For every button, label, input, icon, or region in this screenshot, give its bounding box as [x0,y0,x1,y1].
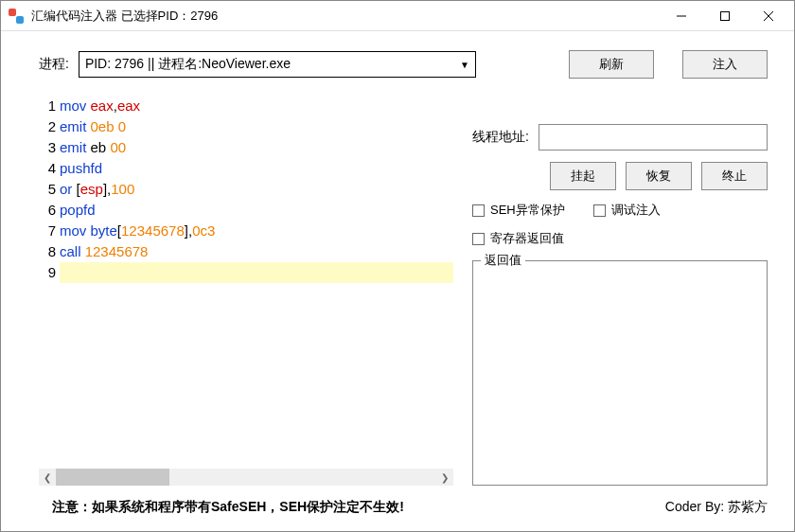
regreturn-checkbox[interactable]: 寄存器返回值 [472,230,564,247]
line-number: 6 [39,200,56,221]
regreturn-label: 寄存器返回值 [490,230,564,247]
code-line[interactable]: 2emit 0eb 0 [39,116,453,137]
debuginject-checkbox[interactable]: 调试注入 [593,202,661,219]
seh-checkbox[interactable]: SEH异常保护 [472,202,565,219]
titlebar: 汇编代码注入器 已选择PID：2796 [1,1,794,31]
code-content: emit eb 00 [60,137,126,158]
code-line[interactable]: 7mov byte[12345678],0c3 [39,221,453,241]
code-line[interactable]: 9 [39,262,453,283]
code-line[interactable]: 8call 12345678 [39,241,453,262]
checkbox-icon [472,233,485,245]
app-window: 汇编代码注入器 已选择PID：2796 进程: PID: 2796 || 进程名… [0,0,795,532]
options-row-2: 寄存器返回值 [472,230,768,247]
return-value-groupbox: 返回值 [472,260,768,486]
code-content: mov byte[12345678],0c3 [60,221,215,241]
code-content: mov eax,eax [60,96,140,116]
suspend-button[interactable]: 挂起 [550,162,616,190]
code-content: emit 0eb 0 [60,116,126,137]
options-row-1: SEH异常保护 调试注入 [472,202,768,219]
code-content: popfd [60,200,96,221]
line-number: 7 [39,221,56,241]
thread-buttons: 挂起 恢复 终止 [472,162,768,190]
checkbox-icon [472,204,485,217]
seh-label: SEH异常保护 [490,202,565,219]
content: 进程: PID: 2796 || 进程名:NeoViewer.exe 刷新 注入… [1,31,794,531]
window-controls [660,2,790,30]
code-content: pushfd [60,158,102,179]
return-value-legend: 返回值 [481,252,525,269]
thread-address-input[interactable] [539,124,768,151]
editor-wrap: 1mov eax,eax2emit 0eb 03emit eb 004pushf… [39,96,453,486]
line-number: 9 [39,262,56,283]
line-number: 8 [39,241,56,262]
inject-button[interactable]: 注入 [682,50,768,79]
code-line[interactable]: 6popfd [39,200,453,221]
debuginject-label: 调试注入 [611,202,661,219]
code-line[interactable]: 5or [esp],100 [39,179,453,200]
window-title: 汇编代码注入器 已选择PID：2796 [31,8,660,25]
process-label: 进程: [39,56,69,73]
mid-row: 1mov eax,eax2emit 0eb 03emit eb 004pushf… [39,96,768,486]
svg-rect-1 [721,11,730,20]
line-number: 4 [39,158,56,179]
scroll-left-arrow[interactable]: ❮ [39,469,56,486]
code-content [60,262,453,283]
footer-credit: Coder By: 苏紫方 [665,499,768,516]
process-dropdown[interactable]: PID: 2796 || 进程名:NeoViewer.exe [79,51,476,78]
refresh-button[interactable]: 刷新 [569,50,654,79]
right-panel: 线程地址: 挂起 恢复 终止 SEH异常保护 调试注入 寄存器返回值 返回值 [472,96,768,486]
maximize-button[interactable] [703,2,747,30]
footer: 注意：如果系统和程序带有SafeSEH，SEH保护注定不生效! Coder By… [39,486,768,522]
terminate-button[interactable]: 终止 [701,162,768,190]
code-content: call 12345678 [60,241,148,262]
close-button[interactable] [747,2,790,30]
line-number: 5 [39,179,56,200]
code-line[interactable]: 1mov eax,eax [39,96,453,116]
code-line[interactable]: 4pushfd [39,158,453,179]
horizontal-scrollbar[interactable]: ❮ ❯ [39,469,453,486]
line-number: 3 [39,137,56,158]
footer-note: 注意：如果系统和程序带有SafeSEH，SEH保护注定不生效! [52,499,404,516]
code-line[interactable]: 3emit eb 00 [39,137,453,158]
line-number: 1 [39,96,56,116]
scroll-thumb[interactable] [56,469,169,486]
resume-button[interactable]: 恢复 [626,162,692,190]
code-content: or [esp],100 [60,179,134,200]
line-number: 2 [39,116,56,137]
app-icon [9,9,24,24]
scroll-right-arrow[interactable]: ❯ [436,469,453,486]
thread-address-label: 线程地址: [472,129,529,146]
process-row: 进程: PID: 2796 || 进程名:NeoViewer.exe 刷新 注入 [39,50,768,79]
code-editor[interactable]: 1mov eax,eax2emit 0eb 03emit eb 004pushf… [39,96,453,465]
process-selected: PID: 2796 || 进程名:NeoViewer.exe [85,56,291,73]
scroll-track[interactable] [56,469,436,486]
checkbox-icon [593,204,606,217]
minimize-button[interactable] [660,2,703,30]
thread-address-row: 线程地址: [472,124,768,151]
